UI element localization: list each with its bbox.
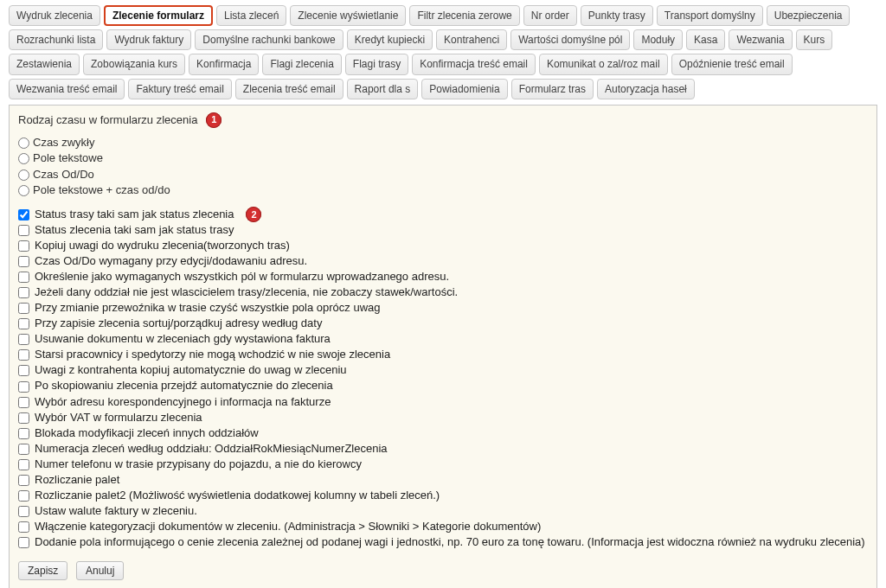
check-row-numer-telefonu-w-trasie[interactable]: Numer telefonu w trasie przypisany do po… <box>18 457 868 472</box>
check-label-dodanie-pola-cena: Dodanie pola informującego o cenie zlece… <box>35 535 865 548</box>
check-czas-od-do-wymagany[interactable] <box>18 256 29 267</box>
tab-kasa[interactable]: Kasa <box>686 29 725 50</box>
radio-czas-zwykly[interactable] <box>18 137 29 149</box>
tab-konfirmacja[interactable]: Konfirmacja <box>189 54 259 74</box>
tab-powiadomienia[interactable]: Powiadomienia <box>421 79 507 99</box>
check-numer-telefonu-w-trasie[interactable] <box>18 459 29 470</box>
tab-ubezpieczenia[interactable]: Ubezpieczenia <box>767 5 851 26</box>
tab-raport-dla-s[interactable]: Raport dla s <box>347 79 419 99</box>
check-czysc-pola-przewoznik[interactable] <box>18 303 29 314</box>
tab-zlecenia-tresc-email[interactable]: Zlecenia treść email <box>235 79 343 99</box>
tab-kontrahenci[interactable]: Kontrahenci <box>436 29 507 50</box>
radio-row-czas-od-do[interactable]: Czas Od/Do <box>18 167 868 182</box>
time-type-radio-group: Czas zwykłyPole tekstoweCzas Od/DoPole t… <box>18 135 868 198</box>
tab-konfirmacja-tresc-email[interactable]: Konfirmacja treść email <box>412 54 536 74</box>
tab-kurs[interactable]: Kurs <box>796 29 833 50</box>
check-status-trasy-jak-zlecenia[interactable] <box>18 209 29 220</box>
check-numeracja-zlecen[interactable] <box>18 444 29 455</box>
check-row-czas-od-do-wymagany[interactable]: Czas Od/Do wymagany przy edycji/dodawani… <box>18 253 868 269</box>
check-row-status-trasy-jak-zlecenia[interactable]: Status trasy taki sam jak status zleceni… <box>18 207 234 222</box>
check-dodanie-pola-cena[interactable] <box>18 537 29 548</box>
save-button[interactable]: Zapisz <box>18 561 67 580</box>
tab-zlecenie-formularz[interactable]: Zlecenie formularz <box>104 5 213 26</box>
check-row-dodanie-pola-cena[interactable]: Dodanie pola informującego o cenie zlece… <box>18 534 868 550</box>
check-row-czysc-pola-przewoznik[interactable]: Przy zmianie przewoźnika w trasie czyść … <box>18 300 868 316</box>
check-row-wybor-adresu-korespond[interactable]: Wybór adresu korespondencyjnego i inform… <box>18 394 868 410</box>
check-row-sortuj-adresy-wedlug-daty[interactable]: Przy zapisie zlecenia sortuj/porządkuj a… <box>18 316 868 331</box>
check-wybor-adresu-korespond[interactable] <box>18 397 29 408</box>
check-oddzial-nie-wlasciciel[interactable] <box>18 287 29 298</box>
tab-filtr-zlecenia-zerowe[interactable]: Filtr zlecenia zerowe <box>409 5 519 26</box>
tab-formularz-tras[interactable]: Formularz tras <box>511 79 594 99</box>
check-label-okreslenie-jako-wymaganych: Określenie jako wymaganych wszystkich pó… <box>35 270 449 283</box>
check-label-status-trasy-jak-zlecenia: Status trasy taki sam jak status zleceni… <box>35 208 234 220</box>
check-usuwanie-dokumentu[interactable] <box>18 334 29 345</box>
tab-flagi-trasy[interactable]: Flagi trasy <box>345 54 408 74</box>
tab-rozrachunki-lista[interactable]: Rozrachunki lista <box>9 29 103 50</box>
tab-wezwania-tresc-email[interactable]: Wezwania treść email <box>9 79 125 99</box>
check-label-numer-telefonu-w-trasie: Numer telefonu w trasie przypisany do po… <box>35 457 362 470</box>
check-rozliczanie-palet2[interactable] <box>18 490 29 502</box>
tab-wydruk-faktury[interactable]: Wydruk faktury <box>106 29 191 50</box>
check-row-ustaw-walute-faktury[interactable]: Ustaw walute faktury w zleceniu. <box>18 503 868 519</box>
tab-moduly[interactable]: Moduły <box>633 29 683 50</box>
tab-nr-order[interactable]: Nr order <box>523 5 577 26</box>
check-label-uwagi-z-kontrahenta: Uwagi z kontrahenta kopiuj automatycznie… <box>35 363 347 376</box>
tab-faktury-tresc-email[interactable]: Faktury treść email <box>128 79 231 99</box>
check-label-oddzial-nie-wlasciciel: Jeżeli dany oddział nie jest wlasciciele… <box>35 285 458 298</box>
tab-komunikat-o-zal-roz-mail[interactable]: Komunikat o zal/roz mail <box>539 54 668 74</box>
check-row-po-skopiowaniu-przejdz[interactable]: Po skopiowaniu zlecenia przejdź automaty… <box>18 378 868 393</box>
check-label-wybor-adresu-korespond: Wybór adresu korespondencyjnego i inform… <box>35 395 331 408</box>
tab-wydruk-zlecenia[interactable]: Wydruk zlecenia <box>9 5 100 26</box>
tab-domyslne-rachunki-bankowe[interactable]: Domyślne rachunki bankowe <box>195 29 343 50</box>
check-uwagi-z-kontrahenta[interactable] <box>18 365 29 376</box>
check-wybor-vat[interactable] <box>18 412 29 424</box>
check-ustaw-walute-faktury[interactable] <box>18 506 29 517</box>
check-okreslenie-jako-wymaganych[interactable] <box>18 272 29 283</box>
check-row-rozliczanie-palet2[interactable]: Rozliczanie palet2 (Możliwość wyświetlen… <box>18 488 868 503</box>
check-row-rozliczanie-palet[interactable]: Rozliczanie palet <box>18 472 868 488</box>
tab-wezwania[interactable]: Wezwania <box>729 29 792 50</box>
radio-row-pole-tekstowe[interactable]: Pole tekstowe <box>18 150 868 166</box>
check-wlaczenie-kategoryzacji[interactable] <box>18 521 29 533</box>
tab-kredyt-kupiecki[interactable]: Kredyt kupiecki <box>347 29 433 50</box>
tab-zobowiazania-kurs[interactable]: Zobowiązania kurs <box>83 54 185 74</box>
radio-pole-tekstowe[interactable] <box>18 153 29 164</box>
check-starsi-pracownicy[interactable] <box>18 349 29 361</box>
check-row-uwagi-z-kontrahenta[interactable]: Uwagi z kontrahenta kopiuj automatycznie… <box>18 362 868 378</box>
check-po-skopiowaniu-przejdz[interactable] <box>18 381 29 393</box>
check-row-wybor-vat[interactable]: Wybór VAT w formularzu zlecenia <box>18 410 868 425</box>
tab-zlecenie-wyswietlanie[interactable]: Zlecenie wyświetlanie <box>290 5 406 26</box>
check-status-zlecenia-jak-trasy[interactable] <box>18 225 29 236</box>
radio-pole-tekstowe-czas-od-do[interactable] <box>18 185 29 196</box>
tab-lista-zlecen[interactable]: Lista zleceń <box>216 5 286 26</box>
check-row-okreslenie-jako-wymaganych[interactable]: Określenie jako wymaganych wszystkich pó… <box>18 269 868 284</box>
check-sortuj-adresy-wedlug-daty[interactable] <box>18 318 29 329</box>
check-row-oddzial-nie-wlasciciel[interactable]: Jeżeli dany oddział nie jest wlasciciele… <box>18 284 868 300</box>
check-label-czysc-pola-przewoznik: Przy zmianie przewoźnika w trasie czyść … <box>35 301 381 314</box>
radio-row-czas-zwykly[interactable]: Czas zwykły <box>18 135 868 150</box>
tab-transport-domyslny[interactable]: Transport domyślny <box>657 5 763 26</box>
check-blokada-modyfikacji[interactable] <box>18 428 29 439</box>
check-row-blokada-modyfikacji[interactable]: Blokada modyfikacji zleceń innych oddzia… <box>18 425 868 441</box>
check-row-kopiuj-uwagi[interactable]: Kopiuj uwagi do wydruku zlecenia(tworzon… <box>18 238 868 253</box>
tab-zestawienia[interactable]: Zestawienia <box>9 54 80 74</box>
tab-punkty-trasy[interactable]: Punkty trasy <box>581 5 653 26</box>
check-row-wlaczenie-kategoryzacji[interactable]: Włączenie kategoryzacji dokumentów w zle… <box>18 519 868 534</box>
check-row-usuwanie-dokumentu[interactable]: Usuwanie dokumentu w zleceniach gdy wyst… <box>18 331 868 347</box>
radio-row-pole-tekstowe-czas-od-do[interactable]: Pole tekstowe + czas od/do <box>18 182 868 198</box>
cancel-button[interactable]: Anuluj <box>76 561 124 580</box>
tab-flagi-zlecenia[interactable]: Flagi zlecenia <box>262 54 341 74</box>
check-kopiuj-uwagi[interactable] <box>18 240 29 252</box>
check-rozliczanie-palet[interactable] <box>18 475 29 486</box>
check-row-numeracja-zlecen[interactable]: Numeracja zleceń według oddziału: Oddzia… <box>18 441 868 457</box>
radio-czas-od-do[interactable] <box>18 169 29 181</box>
radio-label-czas-od-do: Czas Od/Do <box>33 168 94 181</box>
check-label-numeracja-zlecen: Numeracja zleceń według oddziału: Oddzia… <box>35 442 388 455</box>
tab-wartosci-domyslne-pol[interactable]: Wartości domyślne pól <box>510 29 630 50</box>
tab-autoryzacja-hasel[interactable]: Autoryzacja haseł <box>597 79 695 99</box>
check-row-starsi-pracownicy[interactable]: Starsi pracownicy i spedytorzy nie mogą … <box>18 347 868 362</box>
check-row-status-zlecenia-jak-trasy[interactable]: Status zlecenia taki sam jak status tras… <box>18 222 868 238</box>
check-label-status-zlecenia-jak-trasy: Status zlecenia taki sam jak status tras… <box>35 223 234 236</box>
tab-opoznienie-tresc-email[interactable]: Opóźnienie treść email <box>671 54 793 74</box>
